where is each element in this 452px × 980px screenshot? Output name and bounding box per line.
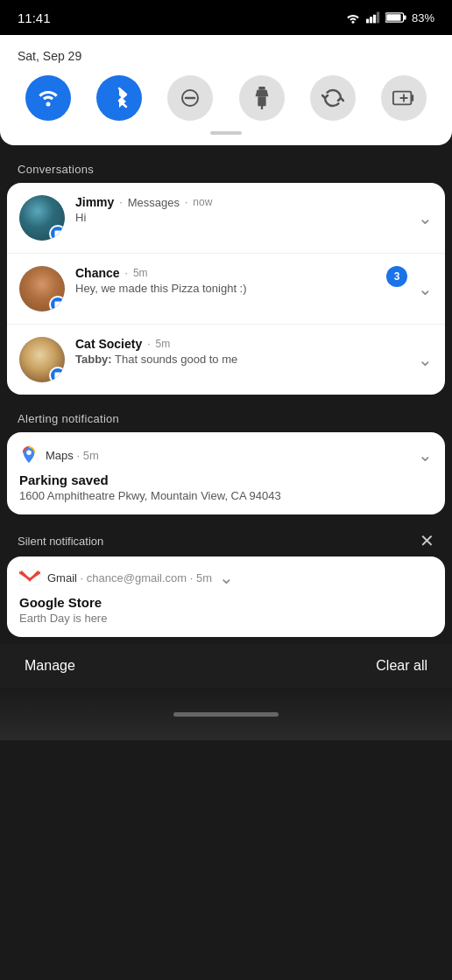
svg-point-0 xyxy=(351,21,354,24)
svg-rect-3 xyxy=(373,15,376,24)
jimmy-expand-icon[interactable]: ⌄ xyxy=(418,207,433,228)
avatar-cat-society xyxy=(19,337,65,382)
qs-battery-saver-icon xyxy=(392,88,415,108)
qs-flashlight-button[interactable] xyxy=(239,75,285,121)
cat-expand-icon[interactable]: ⌄ xyxy=(418,349,433,370)
status-time: 11:41 xyxy=(18,10,51,25)
messages-badge-jimmy xyxy=(49,225,65,241)
chance-expand-icon[interactable]: ⌄ xyxy=(418,278,433,299)
status-icons: 83% xyxy=(345,11,434,24)
notif-jimmy-name: Jimmy xyxy=(75,195,114,209)
chance-unread-badge: 3 xyxy=(386,266,407,287)
avatar-jimmy xyxy=(19,195,65,241)
qs-rotate-icon xyxy=(321,87,344,109)
notif-cat-name: Cat Society xyxy=(75,337,142,351)
qs-rotate-button[interactable] xyxy=(310,75,356,121)
qs-wifi-button[interactable] xyxy=(25,75,71,121)
bottom-bar: Manage Clear all xyxy=(0,644,452,688)
messages-badge-cat xyxy=(49,367,65,382)
svg-rect-4 xyxy=(377,12,379,24)
maps-expand-icon[interactable]: ⌄ xyxy=(418,444,433,466)
svg-rect-13 xyxy=(258,96,265,106)
svg-point-19 xyxy=(26,451,32,456)
qs-bluetooth-button[interactable] xyxy=(96,75,142,121)
svg-rect-6 xyxy=(404,15,406,19)
svg-rect-1 xyxy=(366,19,369,24)
battery-percent: 83% xyxy=(412,11,434,24)
silent-section-header: Silent notification ✕ xyxy=(0,522,452,556)
maps-notification[interactable]: Maps · 5m ⌄ Parking saved 1600 Amphithea… xyxy=(7,432,445,514)
maps-pin-icon xyxy=(19,445,39,465)
notif-chance-body: Hey, we made this Pizza tonight :) xyxy=(75,282,386,295)
svg-point-8 xyxy=(46,102,50,107)
gmail-expand-icon[interactable]: ⌄ xyxy=(219,567,234,588)
notif-cat-time: 5m xyxy=(156,338,171,350)
bottom-blur-area xyxy=(0,688,452,740)
maps-title: Parking saved xyxy=(19,472,433,487)
notif-chance-content: Chance · 5m Hey, we made this Pizza toni… xyxy=(75,266,386,295)
silent-label: Silent notification xyxy=(18,535,103,548)
conversations-card: Jimmy · Messages · now Hi ⌄ Chance · 5m xyxy=(7,183,445,395)
qs-dnd-button[interactable] xyxy=(167,75,213,121)
avatar-chance xyxy=(19,266,65,312)
notif-cat-society[interactable]: Cat Society · 5m Tabby: That sounds good… xyxy=(7,325,445,395)
alerting-label: Alerting notification xyxy=(0,402,452,432)
qs-flashlight-icon xyxy=(253,87,271,109)
gmail-notification[interactable]: Gmail · chance@gmail.com · 5m ⌄ Google S… xyxy=(7,556,445,637)
qs-battery-button[interactable] xyxy=(381,75,427,121)
messages-badge-chance xyxy=(49,296,65,312)
notif-chance[interactable]: Chance · 5m Hey, we made this Pizza toni… xyxy=(7,254,445,325)
notif-chance-name: Chance xyxy=(75,266,120,280)
gmail-app-info: Gmail · chance@gmail.com · 5m xyxy=(47,571,212,584)
signal-icon xyxy=(366,11,380,24)
silent-close-icon[interactable]: ✕ xyxy=(420,530,434,551)
qs-drag-handle[interactable] xyxy=(210,131,242,135)
home-indicator[interactable] xyxy=(173,712,279,717)
svg-rect-2 xyxy=(370,17,372,23)
notif-jimmy-app: Messages xyxy=(128,196,180,209)
qs-dnd-icon xyxy=(180,88,201,108)
battery-icon xyxy=(385,11,406,24)
silent-card: Gmail · chance@gmail.com · 5m ⌄ Google S… xyxy=(7,556,445,637)
maps-app-label: Maps · 5m xyxy=(46,449,411,462)
alerting-card: Maps · 5m ⌄ Parking saved 1600 Amphithea… xyxy=(7,432,445,514)
svg-rect-16 xyxy=(412,94,414,101)
maps-body: 1600 Amphitheatre Pkwy, Mountain View, C… xyxy=(19,489,433,502)
svg-rect-7 xyxy=(386,14,400,21)
svg-rect-11 xyxy=(258,87,265,90)
svg-marker-12 xyxy=(255,90,268,96)
notif-cat-body: Tabby: That sounds good to me xyxy=(75,353,411,366)
gmail-title: Google Store xyxy=(19,595,433,610)
conversations-label: Conversations xyxy=(0,152,452,183)
status-bar: 11:41 83% xyxy=(0,0,452,35)
notif-jimmy-time: now xyxy=(193,196,212,208)
notif-jimmy-body: Hi xyxy=(75,211,411,224)
notif-cat-content: Cat Society · 5m Tabby: That sounds good… xyxy=(75,337,411,366)
manage-button[interactable]: Manage xyxy=(25,658,75,674)
qs-wifi-icon xyxy=(37,88,60,108)
clear-all-button[interactable]: Clear all xyxy=(376,658,427,674)
notif-chance-time: 5m xyxy=(133,267,148,279)
notif-jimmy[interactable]: Jimmy · Messages · now Hi ⌄ xyxy=(7,183,445,254)
qs-date: Sat, Sep 29 xyxy=(18,49,434,63)
gmail-icon xyxy=(19,570,40,585)
quick-settings-panel: Sat, Sep 29 xyxy=(0,35,452,145)
qs-bluetooth-icon xyxy=(109,87,129,109)
wifi-icon xyxy=(345,11,361,24)
gmail-body: Earth Day is here xyxy=(19,612,433,625)
qs-toggles xyxy=(18,75,434,121)
notif-jimmy-content: Jimmy · Messages · now Hi xyxy=(75,195,411,224)
